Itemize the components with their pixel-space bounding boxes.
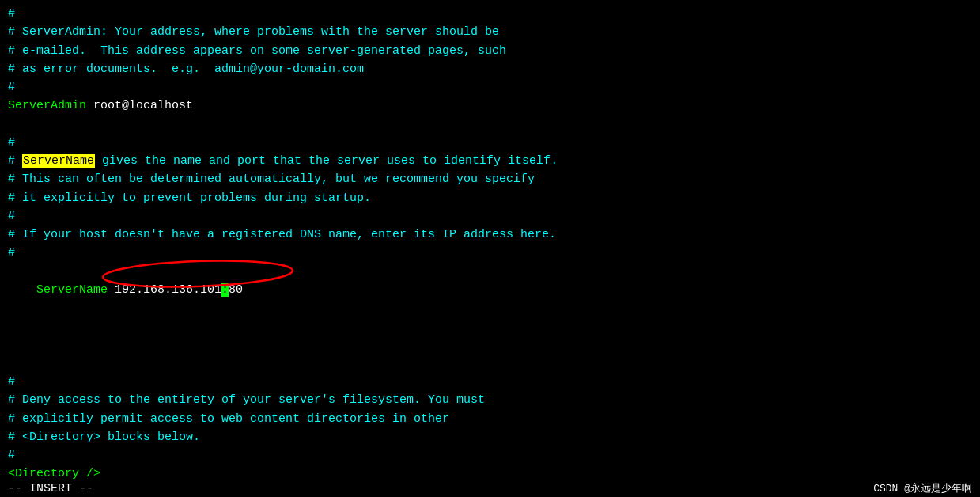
servername-directive: ServerName — [36, 283, 108, 297]
line-7 — [8, 116, 972, 134]
line-17: # — [8, 373, 972, 391]
line-9: # ServerName gives the name and port tha… — [8, 152, 972, 170]
line-3: # e-mailed. This address appears on some… — [8, 42, 972, 60]
status-bar: -- INSERT -- CSDN @永远是少年啊 — [0, 480, 980, 497]
insert-mode: -- INSERT -- — [8, 482, 93, 495]
line-8: # — [8, 134, 972, 152]
cursor: : — [221, 283, 229, 297]
line-9-prefix: # — [8, 154, 22, 168]
line-16 — [8, 355, 972, 373]
serveradmin-value: root@localhost — [86, 99, 193, 112]
port-value: 80 — [229, 283, 243, 297]
ip-value: 192.168.136.101 — [108, 283, 221, 297]
watermark: CSDN @永远是少年啊 — [873, 481, 972, 495]
line-5: # — [8, 78, 972, 97]
line-4: # as error documents. e.g. admin@your-do… — [8, 60, 972, 78]
line-19: # explicitly permit access to web conten… — [8, 410, 972, 428]
line-12: # — [8, 207, 972, 226]
line-1: # — [8, 5, 972, 23]
line-11: # it explicitly to prevent problems duri… — [8, 189, 972, 207]
editor-container: # # ServerAdmin: Your address, where pro… — [0, 0, 980, 497]
line-6: ServerAdmin root@localhost — [8, 97, 972, 115]
line-14: # — [8, 244, 972, 262]
line-21: # — [8, 446, 972, 465]
line-2: # ServerAdmin: Your address, where probl… — [8, 23, 972, 41]
line-18: # Deny access to the entirety of your se… — [8, 391, 972, 409]
serveradmin-directive: ServerAdmin — [8, 99, 86, 112]
line-9-rest: gives the name and port that the server … — [95, 154, 558, 168]
line-15: ServerName 192.168.136.101:80 — [8, 263, 972, 355]
line-13: # If your host doesn't have a registered… — [8, 226, 972, 244]
line-20: # <Directory> blocks below. — [8, 428, 972, 446]
servername-highlight: ServerName — [22, 154, 95, 168]
line-10: # This can often be determined automatic… — [8, 170, 972, 188]
